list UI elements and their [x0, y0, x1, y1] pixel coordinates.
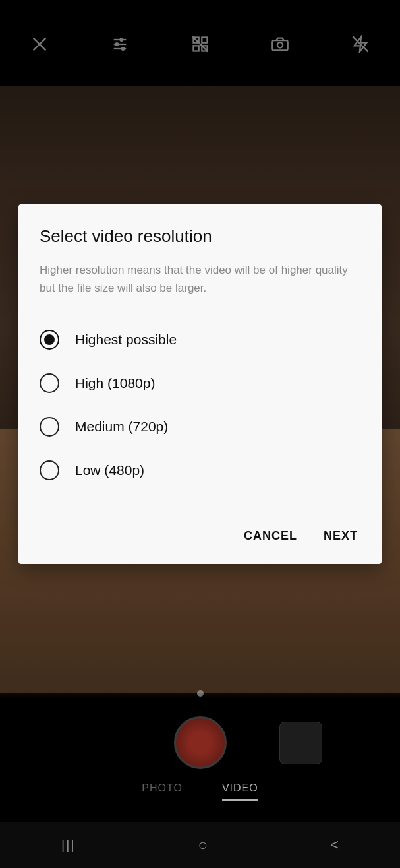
resolution-radio-group: Highest possible High (1080p) Medium (72… — [40, 318, 360, 492]
radio-high[interactable] — [40, 373, 59, 393]
dialog-description: Higher resolution means that the video w… — [40, 261, 360, 297]
radio-dot-highest — [44, 334, 55, 345]
label-high: High (1080p) — [75, 375, 155, 391]
next-button[interactable]: NEXT — [321, 524, 360, 548]
radio-highest[interactable] — [40, 330, 59, 350]
video-resolution-dialog: Select video resolution Higher resolutio… — [18, 204, 382, 564]
label-low: Low (480p) — [75, 462, 144, 478]
label-highest: Highest possible — [75, 332, 177, 348]
option-low[interactable]: Low (480p) — [40, 449, 360, 492]
dialog-buttons: CANCEL NEXT — [40, 524, 360, 548]
radio-medium[interactable] — [40, 417, 59, 437]
option-highest[interactable]: Highest possible — [40, 318, 360, 361]
radio-low[interactable] — [40, 460, 59, 480]
option-high[interactable]: High (1080p) — [40, 361, 360, 405]
dialog-title: Select video resolution — [40, 226, 360, 248]
label-medium: Medium (720p) — [75, 419, 168, 435]
cancel-button[interactable]: CANCEL — [241, 524, 300, 548]
option-medium[interactable]: Medium (720p) — [40, 405, 360, 449]
